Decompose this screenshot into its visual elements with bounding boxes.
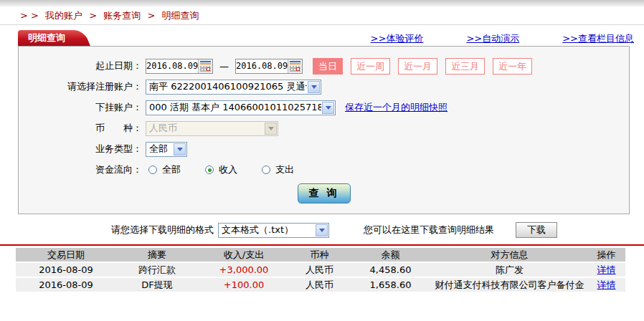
fund-flow-option-income[interactable]: 收入 (205, 163, 237, 176)
quick-range-week-button[interactable]: 近一周 (351, 58, 390, 75)
radio-checked-icon (205, 166, 214, 174)
fund-flow-option-all-label: 全部 (162, 163, 181, 176)
cell-currency: 人民币 (290, 263, 349, 277)
fund-flow-option-income-label: 收入 (219, 163, 237, 176)
cell-date: 2016-08-09 (16, 263, 116, 277)
header-currency: 币种 (290, 248, 349, 262)
save-monthly-snapshot-link[interactable]: 保存近一个月的明细快照 (345, 101, 448, 114)
sub-account-value: 000 活期 基本户 1406600101102571848 (146, 101, 321, 114)
currency-value: 人民币 (146, 122, 264, 135)
calendar-icon[interactable] (198, 59, 212, 73)
results-table: 交易日期 摘要 收入/支出 币种 余额 对方信息 操作 2016-08-09 跨… (16, 248, 625, 292)
breadcrumb-separator: > (147, 10, 155, 21)
header-summary: 摘要 (116, 248, 198, 262)
registered-account-row: 请选择注册账户： 南平 6222001406100921065 灵通卡 (19, 78, 629, 95)
link-auto-demo[interactable]: >>自动演示 (466, 32, 519, 45)
fund-flow-option-expense[interactable]: 支出 (262, 163, 294, 176)
download-button[interactable]: 下载 (516, 222, 557, 238)
header-action: 操作 (587, 248, 625, 262)
query-button-row: 查 询 (19, 183, 629, 203)
quick-range-quarter-button[interactable]: 近三月 (445, 58, 485, 75)
sub-account-row: 下挂账户： 000 活期 基本户 1406600101102571848 保存近… (19, 99, 629, 116)
download-format-label: 请您选择下载明细的格式 (111, 224, 214, 236)
table-header-row: 交易日期 摘要 收入/支出 币种 余额 对方信息 操作 (16, 248, 625, 262)
header-counterparty: 对方信息 (432, 248, 587, 262)
link-experience-feedback[interactable]: >>体验评价 (371, 32, 424, 45)
registered-account-select[interactable]: 南平 6222001406100921065 灵通卡 (146, 80, 321, 95)
business-type-value: 全部 (146, 143, 173, 155)
chevron-down-icon (265, 123, 277, 135)
business-type-label: 业务类型： (19, 143, 142, 155)
top-gradient-band (0, 0, 644, 6)
cell-currency: 人民币 (290, 278, 349, 292)
query-button[interactable]: 查 询 (298, 183, 351, 203)
header-links: >>体验评价 >>自动演示 >>查看栏目信息 (371, 32, 634, 45)
quick-range-buttons: 当日 近一周 近一月 近三月 近一年 (313, 58, 532, 75)
fund-flow-label: 资金流向： (19, 163, 142, 176)
query-form-panel: 起止日期： — 当日 近一周 近一月 近三月 近一年 (18, 46, 630, 214)
chevron-down-icon (174, 143, 186, 155)
download-format-value: 文本格式（.txt） (219, 224, 315, 236)
date-range-separator: — (219, 61, 229, 72)
business-type-select[interactable]: 全部 (146, 142, 187, 157)
end-date-field (235, 59, 303, 74)
date-range-label: 起止日期： (19, 59, 142, 72)
fund-flow-option-expense-label: 支出 (275, 163, 294, 176)
breadcrumb-item-my-account[interactable]: 我的账户 (45, 10, 82, 21)
cell-summary: 跨行汇款 (116, 263, 198, 277)
breadcrumb-prefix: > > (20, 10, 39, 21)
start-date-input[interactable] (146, 59, 198, 73)
cell-amount: +3,000.00 (198, 263, 290, 277)
page-title-tab: 明细查询 (18, 30, 72, 46)
header-transaction-date: 交易日期 (16, 248, 116, 262)
cell-date: 2016-08-09 (16, 278, 116, 292)
radio-unchecked-icon (262, 166, 270, 174)
red-divider (0, 244, 644, 246)
breadcrumb-item-detail-query[interactable]: 明细查询 (161, 10, 199, 21)
currency-select: 人民币 (146, 121, 278, 136)
section-header: 明细查询 >>体验评价 >>自动演示 >>查看栏目信息 (0, 30, 644, 46)
breadcrumb-separator: > (89, 10, 97, 21)
chevron-down-icon (308, 81, 320, 93)
header-income-expense: 收入/支出 (198, 248, 290, 262)
sub-account-label: 下挂账户： (19, 101, 142, 114)
calendar-icon[interactable] (288, 59, 302, 73)
detail-link[interactable]: 详情 (597, 279, 616, 290)
end-date-input[interactable] (236, 59, 288, 73)
start-date-field (146, 59, 213, 74)
chevron-down-icon (322, 102, 334, 114)
breadcrumb-item-account-query[interactable]: 账务查询 (103, 10, 141, 21)
registered-account-value: 南平 6222001406100921065 灵通卡 (146, 80, 307, 93)
table-row: 2016-08-09 DF提现 +100.00 人民币 1,658.60 财付通… (16, 278, 625, 292)
chevron-down-icon (316, 224, 328, 236)
page-title: 明细查询 (28, 32, 65, 43)
cell-balance: 1,658.60 (349, 278, 432, 292)
download-result-label: 您可以在这里下载查询明细结果 (364, 224, 494, 236)
sub-account-select[interactable]: 000 活期 基本户 1406600101102571848 (146, 100, 336, 115)
currency-row: 币 种： 人民币 (19, 120, 629, 137)
fund-flow-options: 全部 收入 支出 (148, 163, 318, 176)
download-format-select[interactable]: 文本格式（.txt） (218, 223, 329, 238)
cell-balance: 4,458.60 (349, 263, 432, 277)
link-view-column-info[interactable]: >>查看栏目信息 (562, 32, 634, 45)
header-balance: 余额 (349, 248, 432, 262)
download-row: 请您选择下载明细的格式 文本格式（.txt） 您可以在这里下载查询明细结果 下载 (111, 221, 644, 239)
cell-counterparty: 财付通支付科技有限公司客户备付金 (432, 278, 587, 292)
breadcrumb: > > 我的账户 > 账务查询 > 明细查询 (0, 6, 644, 25)
quick-range-year-button[interactable]: 近一年 (493, 58, 532, 75)
date-range-row: 起止日期： — 当日 近一周 近一月 近三月 近一年 (19, 57, 629, 75)
currency-label: 币 种： (19, 122, 142, 135)
cell-counterparty: 陈广发 (432, 263, 587, 277)
quick-range-month-button[interactable]: 近一月 (398, 58, 437, 75)
business-type-row: 业务类型： 全部 (19, 140, 629, 158)
cell-amount: +100.00 (198, 278, 290, 292)
quick-range-today-button[interactable]: 当日 (313, 58, 343, 75)
fund-flow-row: 资金流向： 全部 收入 支出 (19, 161, 629, 178)
table-row: 2016-08-09 跨行汇款 +3,000.00 人民币 4,458.60 陈… (16, 263, 625, 277)
fund-flow-option-all[interactable]: 全部 (148, 163, 181, 176)
radio-unchecked-icon (148, 166, 157, 174)
detail-link[interactable]: 详情 (597, 264, 616, 275)
registered-account-label: 请选择注册账户： (19, 80, 142, 93)
cell-summary: DF提现 (116, 278, 198, 292)
